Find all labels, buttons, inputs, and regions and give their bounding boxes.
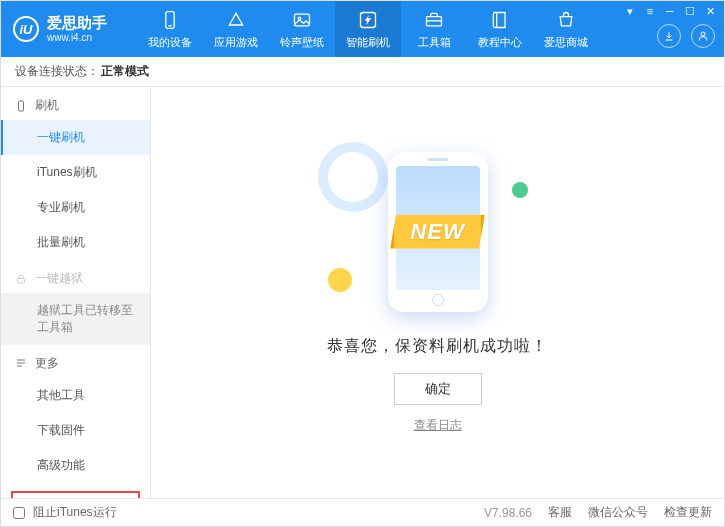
nav-apps[interactable]: 应用游戏 [203, 1, 269, 57]
nav-ringtone[interactable]: 铃声壁纸 [269, 1, 335, 57]
version-text: V7.98.66 [484, 506, 532, 520]
list-icon [15, 357, 27, 369]
titlebar: iU 爱思助手 www.i4.cn 我的设备 应用游戏 铃声壁纸 智能刷机 工具… [1, 1, 724, 57]
sidebar-item-itunes-flash[interactable]: iTunes刷机 [1, 155, 150, 190]
footer-check-update[interactable]: 检查更新 [664, 504, 712, 521]
checkbox-block-itunes[interactable]: 阻止iTunes运行 [13, 504, 117, 521]
svg-rect-2 [295, 14, 310, 26]
sidebar-section-jailbreak: 一键越狱 [1, 260, 150, 293]
download-button[interactable] [657, 24, 681, 48]
window-controls: ▾ ≡ ─ ☐ ✕ [621, 4, 719, 18]
footer-support[interactable]: 客服 [548, 504, 572, 521]
top-nav: 我的设备 应用游戏 铃声壁纸 智能刷机 工具箱 教程中心 爱思商城 [137, 1, 599, 57]
highlighted-checkbox-area: 自动激活 跳过向导 [11, 491, 140, 498]
footer-wechat[interactable]: 微信公众号 [588, 504, 648, 521]
sidebar-item-jailbreak-note: 越狱工具已转移至工具箱 [1, 293, 150, 345]
sidebar-section-flash[interactable]: 刷机 [1, 87, 150, 120]
success-message: 恭喜您，保资料刷机成功啦！ [327, 336, 548, 357]
status-label: 设备连接状态： [15, 63, 99, 80]
toolbox-icon [423, 9, 445, 31]
footer: 阻止iTunes运行 V7.98.66 客服 微信公众号 检查更新 [1, 498, 724, 526]
minimize-icon[interactable]: ─ [661, 4, 679, 18]
lock-icon [15, 273, 27, 285]
app-url: www.i4.cn [47, 32, 107, 43]
deco-circle-icon [318, 142, 388, 212]
image-icon [291, 9, 313, 31]
nav-label: 智能刷机 [346, 35, 390, 50]
sidebar: 刷机 一键刷机 iTunes刷机 专业刷机 批量刷机 一键越狱 越狱工具已转移至… [1, 87, 151, 498]
settings-icon[interactable]: ≡ [641, 4, 659, 18]
nav-my-device[interactable]: 我的设备 [137, 1, 203, 57]
sidebar-item-batch-flash[interactable]: 批量刷机 [1, 225, 150, 260]
nav-label: 应用游戏 [214, 35, 258, 50]
logo-icon: iU [13, 16, 39, 42]
menu-icon[interactable]: ▾ [621, 4, 639, 18]
sidebar-item-download-firmware[interactable]: 下载固件 [1, 413, 150, 448]
view-log-link[interactable]: 查看日志 [414, 417, 462, 434]
device-icon [159, 9, 181, 31]
nav-label: 工具箱 [418, 35, 451, 50]
nav-label: 我的设备 [148, 35, 192, 50]
svg-point-8 [701, 32, 705, 36]
checkbox-label: 阻止iTunes运行 [33, 504, 117, 521]
section-label: 一键越狱 [35, 270, 83, 287]
app-title: 爱思助手 [47, 15, 107, 32]
nav-tutorial[interactable]: 教程中心 [467, 1, 533, 57]
nav-tools[interactable]: 工具箱 [401, 1, 467, 57]
nav-label: 爱思商城 [544, 35, 588, 50]
app-logo: iU 爱思助手 www.i4.cn [13, 15, 107, 43]
deco-dot-icon [328, 268, 352, 292]
section-label: 刷机 [35, 97, 59, 114]
nav-label: 铃声壁纸 [280, 35, 324, 50]
close-icon[interactable]: ✕ [701, 4, 719, 18]
book-icon [489, 9, 511, 31]
sidebar-item-advanced[interactable]: 高级功能 [1, 448, 150, 483]
shop-icon [555, 9, 577, 31]
user-button[interactable] [691, 24, 715, 48]
deco-dot-icon [512, 182, 528, 198]
ok-button[interactable]: 确定 [394, 373, 482, 405]
success-illustration: NEW [338, 152, 538, 312]
phone-icon [15, 100, 27, 112]
flash-icon [357, 9, 379, 31]
svg-rect-9 [19, 101, 24, 111]
status-bar: 设备连接状态： 正常模式 [1, 57, 724, 87]
new-banner: NEW [390, 215, 484, 249]
sidebar-item-other-tools[interactable]: 其他工具 [1, 378, 150, 413]
svg-rect-10 [18, 278, 25, 283]
nav-label: 教程中心 [478, 35, 522, 50]
nav-shop[interactable]: 爱思商城 [533, 1, 599, 57]
apps-icon [225, 9, 247, 31]
sidebar-item-oneclick-flash[interactable]: 一键刷机 [1, 120, 150, 155]
maximize-icon[interactable]: ☐ [681, 4, 699, 18]
sidebar-item-pro-flash[interactable]: 专业刷机 [1, 190, 150, 225]
sidebar-section-more[interactable]: 更多 [1, 345, 150, 378]
status-value: 正常模式 [101, 63, 149, 80]
nav-flash[interactable]: 智能刷机 [335, 1, 401, 57]
section-label: 更多 [35, 355, 59, 372]
main-area: NEW 恭喜您，保资料刷机成功啦！ 确定 查看日志 [151, 87, 724, 498]
